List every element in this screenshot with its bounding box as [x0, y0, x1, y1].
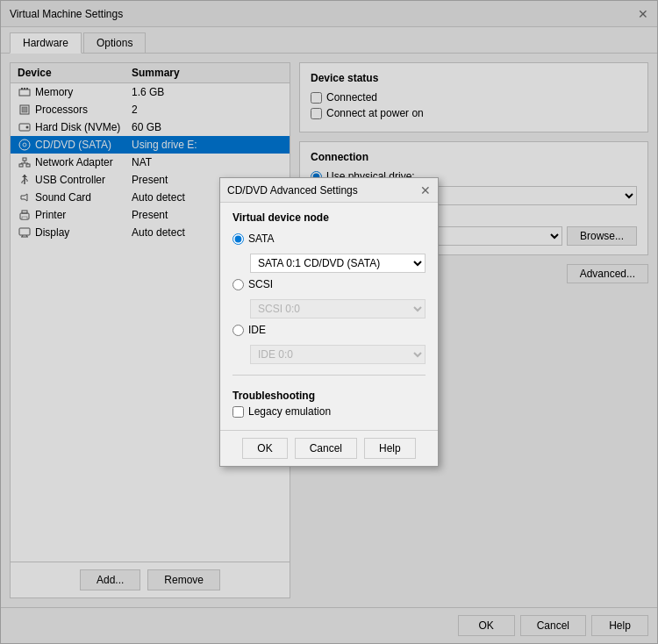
dialog-close-button[interactable]: ✕ — [420, 183, 431, 197]
dialog-title: CD/DVD Advanced Settings — [227, 184, 358, 197]
troubleshooting-label: Troubleshooting — [232, 390, 426, 402]
sata-label: SATA — [248, 233, 275, 245]
legacy-emulation-label: Legacy emulation — [248, 405, 331, 418]
ide-select[interactable]: IDE 0:0 — [250, 345, 426, 364]
sata-radio-row: SATA — [232, 233, 426, 245]
scsi-select[interactable]: SCSI 0:0 — [250, 299, 426, 318]
virtual-device-node-label: Virtual device node — [232, 211, 426, 224]
ide-radio[interactable] — [232, 325, 244, 336]
main-window: Virtual Machine Settings ✕ Hardware Opti… — [0, 0, 658, 644]
ide-label: IDE — [248, 324, 266, 336]
dialog-overlay: CD/DVD Advanced Settings ✕ Virtual devic… — [1, 1, 657, 643]
dialog-buttons: OK Cancel Help — [220, 430, 438, 466]
sata-radio[interactable] — [232, 233, 244, 245]
scsi-radio[interactable] — [232, 279, 244, 290]
advanced-settings-dialog: CD/DVD Advanced Settings ✕ Virtual devic… — [219, 177, 439, 467]
dialog-ok-button[interactable]: OK — [242, 438, 287, 459]
scsi-radio-row: SCSI — [232, 278, 426, 290]
ide-radio-row: IDE — [232, 324, 426, 336]
dialog-divider — [232, 375, 426, 376]
legacy-emulation-checkbox[interactable] — [232, 406, 244, 418]
legacy-emulation-row: Legacy emulation — [232, 405, 426, 418]
dialog-content: Virtual device node SATA SATA 0:1 CD/DVD… — [220, 203, 438, 430]
troubleshooting-section: Troubleshooting Legacy emulation — [232, 390, 426, 421]
dialog-help-button[interactable]: Help — [364, 438, 416, 459]
sata-select[interactable]: SATA 0:1 CD/DVD (SATA) SATA 0:0 SATA 0:2 — [250, 254, 426, 273]
scsi-label: SCSI — [248, 278, 273, 290]
dialog-title-bar: CD/DVD Advanced Settings ✕ — [220, 178, 438, 203]
dialog-cancel-button[interactable]: Cancel — [295, 438, 357, 459]
